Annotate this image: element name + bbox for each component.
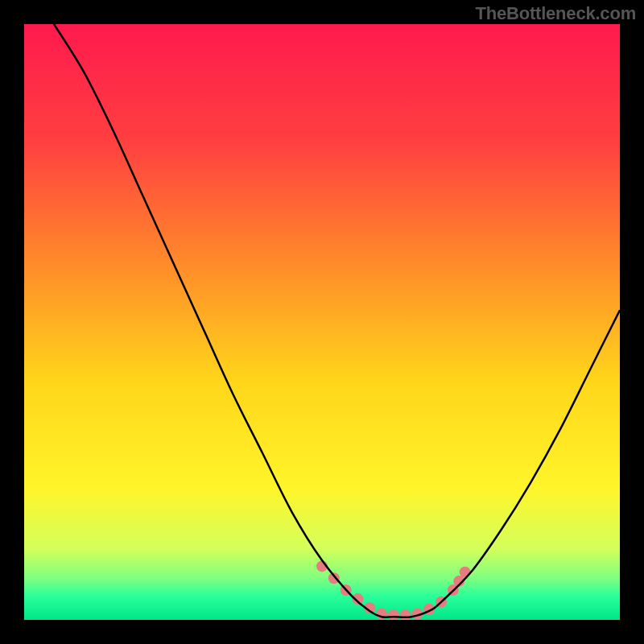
gradient-bg <box>24 24 620 620</box>
marker-dot <box>460 567 471 578</box>
chart-frame: TheBottleneck.com <box>0 0 644 644</box>
bottleneck-plot <box>24 24 620 620</box>
attribution-text: TheBottleneck.com <box>475 3 636 24</box>
